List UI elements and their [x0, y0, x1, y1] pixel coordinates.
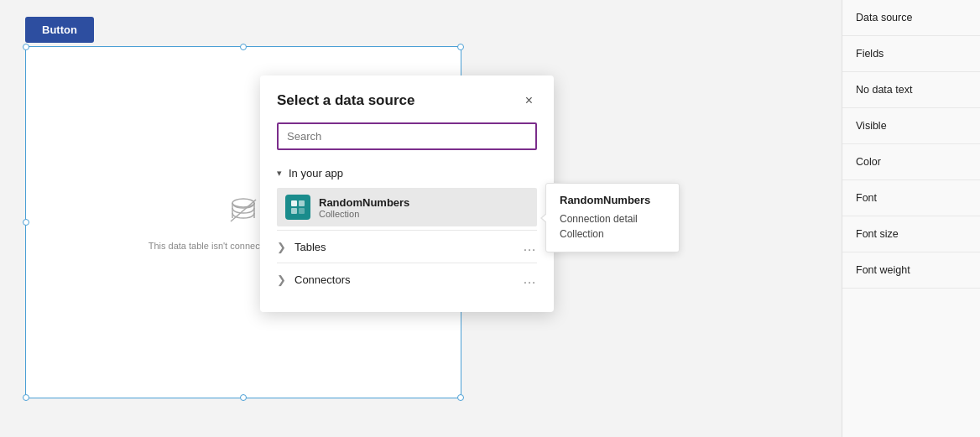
- chevron-right-icon-2: ❯: [277, 273, 286, 286]
- svg-rect-3: [299, 200, 305, 206]
- handle-top-left[interactable]: [23, 44, 29, 50]
- connectors-section[interactable]: ❯ Connectors …: [277, 263, 537, 295]
- panel-item-visible[interactable]: Visible: [842, 108, 980, 144]
- right-panel: Data sourceFieldsNo data textVisibleColo…: [842, 0, 980, 437]
- modal-title: Select a data source: [277, 92, 414, 109]
- search-input[interactable]: [277, 122, 537, 150]
- tooltip-popup: RandomNumbers Connection detail Collecti…: [545, 183, 680, 252]
- svg-point-0: [232, 199, 254, 207]
- connectors-ellipsis-button[interactable]: …: [523, 272, 537, 287]
- random-numbers-type: Collection: [319, 209, 409, 219]
- tables-section[interactable]: ❯ Tables …: [277, 230, 537, 263]
- handle-top-center[interactable]: [240, 44, 247, 50]
- panel-item-fields[interactable]: Fields: [842, 36, 980, 72]
- svg-rect-4: [291, 208, 297, 214]
- handle-bot-center[interactable]: [240, 394, 247, 401]
- panel-item-font-weight[interactable]: Font weight: [842, 252, 980, 289]
- svg-rect-2: [291, 200, 297, 206]
- random-numbers-info: RandomNumbers Collection: [319, 196, 409, 219]
- tooltip-row-1: Connection detail: [560, 211, 665, 226]
- tables-ellipsis-button[interactable]: …: [523, 239, 537, 254]
- chevron-right-icon: ❯: [277, 241, 286, 253]
- tooltip-title: RandomNumbers: [560, 194, 665, 206]
- data-source-modal: Select a data source × ▾ In your app Ran…: [260, 75, 554, 312]
- connectors-label: Connectors: [295, 273, 350, 286]
- handle-mid-left[interactable]: [23, 219, 29, 226]
- tables-section-left: ❯ Tables: [277, 241, 326, 253]
- panel-item-data-source[interactable]: Data source: [842, 0, 980, 36]
- panel-item-color[interactable]: Color: [842, 144, 980, 180]
- modal-close-button[interactable]: ×: [521, 92, 537, 109]
- handle-bot-left[interactable]: [23, 394, 29, 401]
- connectors-section-left: ❯ Connectors: [277, 273, 350, 286]
- button-widget[interactable]: Button: [25, 17, 94, 43]
- svg-rect-5: [299, 208, 305, 214]
- in-your-app-label: In your app: [289, 167, 343, 179]
- panel-item-font[interactable]: Font: [842, 180, 980, 216]
- random-numbers-item[interactable]: RandomNumbers Collection: [277, 188, 537, 226]
- chevron-down-icon: ▾: [277, 168, 282, 179]
- handle-bot-right[interactable]: [457, 394, 464, 401]
- modal-header: Select a data source ×: [277, 92, 537, 109]
- tooltip-row-2: Collection: [560, 226, 665, 242]
- random-numbers-name: RandomNumbers: [319, 196, 409, 209]
- panel-item-font-size[interactable]: Font size: [842, 216, 980, 252]
- collection-icon: [285, 195, 310, 220]
- tables-label: Tables: [295, 241, 326, 253]
- in-your-app-section[interactable]: ▾ In your app: [277, 162, 537, 185]
- panel-item-no-data-text[interactable]: No data text: [842, 72, 980, 108]
- canvas-area: Button This data tabl: [0, 0, 842, 437]
- handle-top-right[interactable]: [457, 44, 464, 50]
- database-icon: [227, 195, 259, 234]
